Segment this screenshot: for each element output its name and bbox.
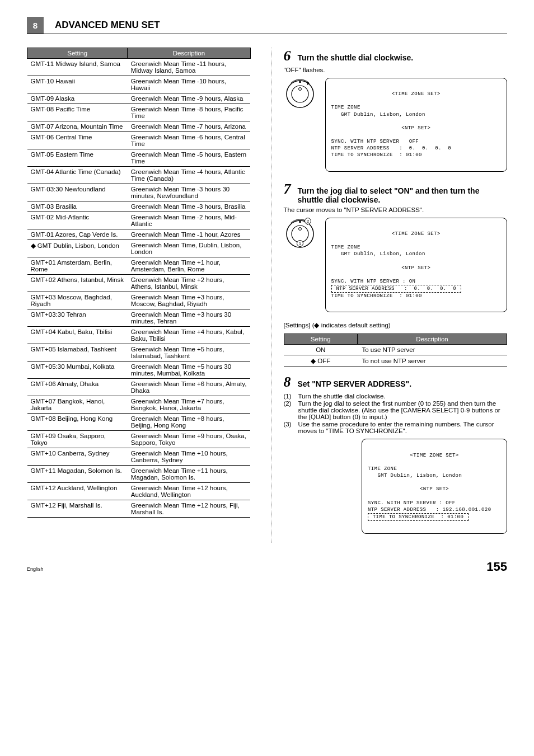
table-row: ON To use NTP server <box>284 345 507 355</box>
svg-rect-3 <box>299 81 301 83</box>
table-row: GMT+11 Magadan, Solomon Is.Greenwich Mea… <box>27 466 251 483</box>
cell-setting: GMT-04 Atlantic Time (Canada) <box>27 167 128 184</box>
svg-point-7 <box>298 227 301 230</box>
step7-subtext: The cursor moves to "NTP SERVER ADDRESS"… <box>284 206 508 213</box>
section-title: ADVANCED MENU SET <box>55 20 160 31</box>
osd-line: NTP SERVER ADDRESS : 0. 0. 0. 0 <box>331 145 452 151</box>
osd-subtitle: <NTP SET> <box>331 265 502 271</box>
step8-substeps: (1)Turn the shuttle dial clockwise. (2)T… <box>284 393 508 434</box>
right-column: 6 Turn the shuttle dial clockwise. "OFF"… <box>271 48 508 543</box>
jog-shuttle-dial-icon: 2 1 <box>284 218 316 250</box>
cell-description: Greenwich Mean Time -9 hours, Alaska <box>128 93 250 104</box>
cell-description: Greenwich Mean Time +9 hours, Osaka, Sap… <box>128 431 250 448</box>
cell-description: Greenwich Mean Time -5 hours, Eastern Ti… <box>128 149 250 167</box>
table-row: GMT+09 Osaka, Sapporo, TokyoGreenwich Me… <box>27 431 251 448</box>
shuttle-dial-icon <box>284 78 316 110</box>
table-row: GMT-11 Midway Island, SamoaGreenwich Mea… <box>27 59 251 76</box>
osd-subtitle: <NTP SET> <box>368 486 501 492</box>
table-row: GMT+12 Auckland, WellingtonGreenwich Mea… <box>27 483 251 500</box>
step8-header: 8 Set "NTP SERVER ADDRESS". <box>284 374 508 391</box>
svg-text:1: 1 <box>298 241 301 246</box>
cell-setting: GMT-01 Azores, Cap Verde Is. <box>27 229 128 240</box>
table-row: GMT+03 Moscow, Baghdad, RiyadhGreenwich … <box>27 292 251 309</box>
cell-description: Greenwich Mean Time +7 hours, Bangkok, H… <box>128 396 250 414</box>
osd-line: TIME ZONE <box>331 245 360 250</box>
substep: (1)Turn the shuttle dial clockwise. <box>284 393 508 400</box>
osd-screen-step6: <TIME ZONE SET> TIME ZONE GMT Dublin, Li… <box>325 78 508 172</box>
cell-setting: GMT+08 Beijing, Hong Kong <box>27 414 128 431</box>
page-footer: English 155 <box>27 560 507 574</box>
svg-text:2: 2 <box>306 219 309 224</box>
cell-description: Greenwich Mean Time +2 hours, Athens, Is… <box>128 275 250 292</box>
table-row: ◆ GMT Dublin, Lisbon, LondonGreenwich Me… <box>27 240 251 257</box>
substep: (3)Use the same procedure to enter the r… <box>284 421 508 434</box>
osd-line: TIME ZONE <box>331 105 360 110</box>
osd-title: <TIME ZONE SET> <box>331 231 502 237</box>
step-title: Turn the shuttle dial clockwise. <box>298 53 414 62</box>
timezone-table: Setting Description GMT-11 Midway Island… <box>27 48 251 518</box>
table-row: GMT+07 Bangkok, Hanoi, JakartaGreenwich … <box>27 396 251 414</box>
table-row: GMT-07 Arizona, Mountain TimeGreenwich M… <box>27 121 251 132</box>
table-row: GMT+06 Almaty, DhakaGreenwich Mean Time … <box>27 379 251 396</box>
table-row: GMT-08 Pacific TimeGreenwich Mean Time -… <box>27 104 251 121</box>
cell-setting: GMT+11 Magadan, Solomon Is. <box>27 466 128 483</box>
substep: (2)Turn the jog dial to select the first… <box>284 400 508 420</box>
osd-line: GMT Dublin, Lisbon, London <box>368 473 462 478</box>
cell-description: Greenwich Mean Time +5 hours 30 minutes,… <box>128 361 250 379</box>
table-row: GMT+03:30 TehranGreenwich Mean Time +3 h… <box>27 309 251 327</box>
osd-line: SYNC. WITH NTP SERVER OFF <box>331 139 419 144</box>
osd-title: <TIME ZONE SET> <box>368 452 501 459</box>
cell-description: Greenwich Mean Time -4 hours, Atlantic T… <box>128 167 250 184</box>
osd-line: GMT Dublin, Lisbon, London <box>331 251 425 257</box>
section-number: 8 <box>27 17 44 34</box>
cell-setting: GMT-09 Alaska <box>27 93 128 104</box>
step-title: Set "NTP SERVER ADDRESS". <box>298 379 412 388</box>
ntp-settings-table: Setting Description ON To use NTP server… <box>284 334 508 367</box>
cell-setting: GMT-08 Pacific Time <box>27 104 128 121</box>
tz-head-description: Description <box>128 48 250 59</box>
cell-setting: GMT-06 Central Time <box>27 132 128 149</box>
osd-line: TIME TO SYNCHRONIZE : 01:00 <box>331 152 422 158</box>
cell-setting: ◆ OFF <box>284 355 358 367</box>
substep-num: (2) <box>284 400 298 420</box>
step-number: 8 <box>284 374 291 391</box>
cell-setting: GMT+09 Osaka, Sapporo, Tokyo <box>27 431 128 448</box>
cell-description: Greenwich Mean Time +6 hours, Almaty, Dh… <box>128 379 250 396</box>
osd-screen-step7: <TIME ZONE SET> TIME ZONE GMT Dublin, Li… <box>325 218 508 313</box>
table-row: GMT-02 Mid-AtlanticGreenwich Mean Time -… <box>27 212 251 229</box>
cell-setting: GMT-11 Midway Island, Samoa <box>27 59 128 76</box>
substep-text: Use the same procedure to enter the rema… <box>298 421 508 434</box>
cell-setting: GMT+03 Moscow, Baghdad, Riyadh <box>27 292 128 309</box>
table-row: GMT+02 Athens, Istanbul, MinskGreenwich … <box>27 275 251 292</box>
ntp-head-setting: Setting <box>284 334 358 345</box>
left-column: Setting Description GMT-11 Midway Island… <box>27 48 251 543</box>
osd-screen-step8: <TIME ZONE SET> TIME ZONE GMT Dublin, Li… <box>362 439 507 534</box>
cell-desc: To not use NTP server <box>358 355 507 367</box>
cell-description: Greenwich Mean Time +10 hours, Canberra,… <box>128 448 250 466</box>
section-header: 8 ADVANCED MENU SET <box>27 17 507 34</box>
table-row: GMT-04 Atlantic Time (Canada)Greenwich M… <box>27 167 251 184</box>
table-row: GMT-01 Azores, Cap Verde Is.Greenwich Me… <box>27 229 251 240</box>
svg-point-1 <box>292 86 308 102</box>
cell-setting: GMT-03:30 Newfoundland <box>27 184 128 201</box>
osd-line: SYNC. WITH NTP SERVER : ON <box>331 279 416 284</box>
substep-num: (1) <box>284 393 298 400</box>
cell-setting: GMT+01 Amsterdam, Berlin, Rome <box>27 257 128 275</box>
step-title: Turn the jog dial to select "ON" and the… <box>298 186 508 204</box>
osd-line: TIME TO SYNCHRONIZE : 01:00 <box>331 293 422 299</box>
cell-setting: GMT+12 Auckland, Wellington <box>27 483 128 500</box>
cell-setting: GMT+03:30 Tehran <box>27 309 128 327</box>
cell-setting: GMT-10 Hawaii <box>27 76 128 93</box>
cell-description: Greenwich Mean Time +12 hours, Fiji, Mar… <box>128 500 250 518</box>
osd-cursor-line: TIME TO SYNCHRONIZE : 01:00 <box>368 513 469 521</box>
table-row: GMT-06 Central TimeGreenwich Mean Time -… <box>27 132 251 149</box>
cell-description: Greenwich Mean Time -2 hours, Mid-Atlant… <box>128 212 250 229</box>
cell-description: Greenwich Mean Time +4 hours, Kabul, Bak… <box>128 327 250 344</box>
table-row: GMT+10 Canberra, SydneyGreenwich Mean Ti… <box>27 448 251 466</box>
osd-title: <TIME ZONE SET> <box>331 91 502 97</box>
cell-description: Greenwich Mean Time, Dublin, Lisbon, Lon… <box>128 240 250 257</box>
svg-point-2 <box>298 88 301 91</box>
substep-text: Turn the shuttle dial clockwise. <box>298 393 386 400</box>
table-row: GMT+04 Kabul, Baku, TbilisiGreenwich Mea… <box>27 327 251 344</box>
tz-head-setting: Setting <box>27 48 128 59</box>
